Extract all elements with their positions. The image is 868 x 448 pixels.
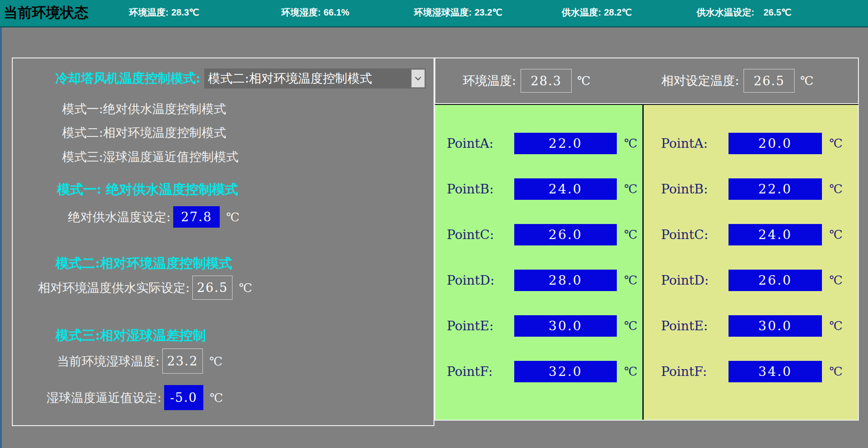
mode-select-value: 模式二:相对环境温度控制模式 [208, 71, 372, 85]
status-value: 23.2℃ [475, 7, 502, 17]
relative-set-temp-group: 相对设定温度: 26.5 ℃ [661, 69, 813, 93]
mode-option-3: 模式三:湿球温度逼近值控制模式 [62, 148, 238, 166]
point-setpoint[interactable]: 26.0 [514, 224, 617, 245]
unit-celsius: ℃ [624, 273, 637, 287]
point-row: PointB: 22.0 ℃ [644, 166, 858, 212]
unit-celsius: ℃ [226, 210, 239, 224]
point-setpoint[interactable]: 30.0 [514, 315, 617, 337]
relative-env-setpoint-row: 相对环境温度供水实际设定: 26.5 ℃ [13, 276, 252, 300]
status-label: 环境湿球温度: [414, 7, 472, 17]
mode-option-1: 模式一:绝对供水温度控制模式 [62, 100, 226, 118]
status-wet-bulb-temp: 环境湿球温度:23.2℃ [414, 6, 502, 19]
unit-celsius: ℃ [209, 354, 222, 368]
row-label: 绝对供水温度设定: [13, 209, 170, 225]
mode-select-label: 冷却塔风机温度控制模式: [13, 68, 201, 89]
hmi-screen: 当前环境状态 环境温度:28.3℃ 环境湿度:66.1% 环境湿球温度:23.2… [0, 0, 868, 448]
unit-celsius: ℃ [829, 182, 842, 196]
unit-celsius: ℃ [829, 273, 842, 287]
point-label: PointD: [447, 273, 502, 288]
point-row: PointC: 24.0 ℃ [644, 212, 858, 257]
point-setpoint[interactable]: 28.0 [514, 270, 617, 291]
point-row: PointE: 30.0 ℃ [435, 303, 642, 349]
unit-celsius: ℃ [829, 319, 842, 333]
unit-celsius: ℃ [800, 74, 813, 88]
point-setpoint[interactable]: 26.0 [728, 270, 822, 291]
wet-bulb-approach-row: 湿球温度逼近值设定: -5.0 ℃ [13, 385, 223, 410]
unit-celsius: ℃ [829, 228, 842, 241]
point-row: PointB: 24.0 ℃ [435, 166, 642, 212]
env-temp-label: 环境温度: [463, 73, 516, 89]
point-row: PointA: 22.0 ℃ [435, 120, 642, 166]
unit-celsius: ℃ [624, 319, 637, 333]
point-row: PointF: 32.0 ℃ [435, 349, 642, 394]
status-supply-water-temp: 供水温度:28.2℃ [562, 6, 632, 19]
point-label: PointE: [447, 318, 502, 333]
point-row: PointF: 34.0 ℃ [644, 349, 858, 394]
status-value: 66.1% [324, 7, 350, 17]
point-row: PointA: 20.0 ℃ [644, 120, 858, 166]
section-mode2-heading: 模式二:相对环境温度控制模式 [56, 255, 232, 273]
point-row: PointE: 30.0 ℃ [644, 303, 858, 349]
point-setpoint[interactable]: 34.0 [728, 361, 822, 382]
absolute-supply-setpoint-row: 绝对供水温度设定: 27.8 ℃ [13, 206, 239, 228]
unit-celsius: ℃ [624, 182, 637, 196]
row-label: 湿球温度逼近值设定: [13, 390, 161, 406]
unit-celsius: ℃ [624, 136, 637, 150]
point-label: PointA: [447, 136, 502, 151]
relative-set-temp-display: 26.5 [744, 69, 795, 93]
unit-celsius: ℃ [829, 365, 842, 378]
point-setpoint[interactable]: 30.0 [728, 315, 822, 337]
current-wet-bulb-row: 当前环境湿球温度: 23.2 ℃ [13, 349, 222, 374]
absolute-supply-temp-setpoint[interactable]: 27.8 [173, 206, 220, 228]
wet-bulb-temp-display: 23.2 [162, 349, 203, 374]
yellow-point-table: PointA: 20.0 ℃ PointB: 22.0 ℃ PointC: 24… [644, 105, 858, 420]
point-label: PointC: [447, 227, 502, 242]
point-row: PointD: 26.0 ℃ [644, 257, 858, 303]
unit-celsius: ℃ [210, 391, 223, 405]
point-setpoint[interactable]: 22.0 [514, 133, 617, 154]
status-label: 环境湿度: [281, 7, 321, 17]
mode-option-2: 模式二:相对环境温度控制模式 [62, 124, 226, 142]
status-label: 供水水温设定: [697, 7, 754, 17]
point-label: PointB: [447, 182, 502, 197]
point-row: PointC: 26.0 ℃ [435, 212, 642, 257]
status-value: 28.3℃ [171, 7, 199, 17]
point-row: PointD: 28.0 ℃ [435, 257, 642, 303]
row-label: 当前环境湿球温度: [13, 353, 160, 370]
point-setpoint[interactable]: 20.0 [728, 133, 822, 154]
dropdown-arrow-button[interactable] [411, 69, 425, 88]
point-tables: PointA: 22.0 ℃ PointB: 24.0 ℃ PointC: 26… [434, 104, 859, 421]
relative-env-actual-setpoint-display: 26.5 [192, 276, 232, 300]
unit-celsius: ℃ [829, 136, 842, 150]
status-value: 28.2℃ [604, 7, 632, 17]
unit-celsius: ℃ [624, 365, 637, 378]
point-setpoint[interactable]: 32.0 [514, 361, 617, 382]
green-point-table: PointA: 22.0 ℃ PointB: 24.0 ℃ PointC: 26… [435, 105, 644, 420]
point-setpoint[interactable]: 24.0 [728, 224, 822, 245]
point-label: PointA: [661, 136, 717, 151]
section-mode1-heading: 模式一: 绝对供水温度控制模式 [57, 181, 238, 199]
right-header-panel: 环境温度: 28.3 ℃ 相对设定温度: 26.5 ℃ [434, 57, 859, 104]
unit-celsius: ℃ [624, 228, 637, 241]
point-label: PointF: [661, 364, 717, 379]
control-mode-panel: 冷却塔风机温度控制模式: 模式二:相对环境温度控制模式 模式一:绝对供水温度控制… [12, 57, 434, 426]
point-label: PointD: [661, 273, 717, 288]
unit-celsius: ℃ [577, 74, 590, 88]
point-setpoint[interactable]: 22.0 [728, 178, 822, 200]
status-env-humidity: 环境湿度:66.1% [281, 6, 349, 19]
point-setpoint[interactable]: 24.0 [514, 178, 617, 200]
point-label: PointC: [661, 227, 717, 242]
env-temp-display: 28.3 [521, 69, 572, 93]
point-label: PointB: [661, 182, 717, 197]
window-edge [0, 26, 2, 448]
wet-bulb-approach-setpoint[interactable]: -5.0 [164, 385, 203, 410]
point-label: PointE: [661, 318, 717, 333]
status-supply-water-setpoint: 供水水温设定:26.5℃ [697, 6, 791, 19]
point-label: PointF: [447, 364, 502, 379]
status-value: 26.5℃ [764, 7, 791, 17]
unit-celsius: ℃ [239, 281, 252, 295]
mode-select-dropdown[interactable]: 模式二:相对环境温度控制模式 [204, 68, 426, 89]
chevron-down-icon [414, 77, 422, 81]
row-label: 相对环境温度供水实际设定: [13, 280, 190, 296]
status-env-temp: 环境温度:28.3℃ [129, 6, 199, 19]
